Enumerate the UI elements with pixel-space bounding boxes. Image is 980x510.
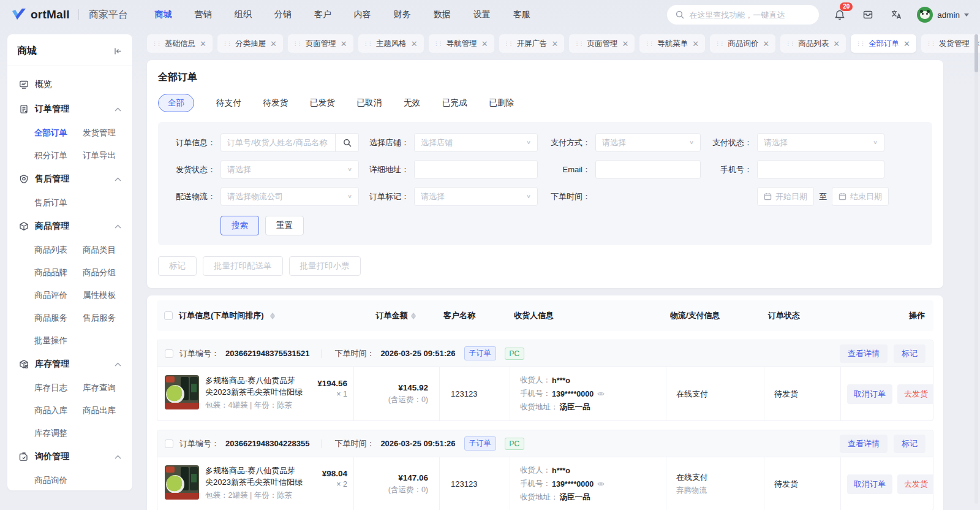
- search-submit-button[interactable]: 搜索: [221, 216, 259, 235]
- address-input[interactable]: [421, 165, 531, 174]
- topnav-item-data[interactable]: 数据: [434, 9, 451, 20]
- tab-category-drawer[interactable]: ⋮⋮分类抽屉✕: [217, 34, 283, 53]
- status-tab-completed[interactable]: 已完成: [442, 97, 467, 108]
- status-tab-all[interactable]: 全部: [158, 94, 194, 112]
- sort-icon[interactable]: [411, 313, 416, 319]
- phone-input[interactable]: [764, 165, 878, 174]
- eye-icon[interactable]: [597, 391, 605, 397]
- close-icon[interactable]: ✕: [270, 40, 277, 48]
- sidebar-item-overview[interactable]: 概览: [13, 72, 126, 97]
- mark-link[interactable]: 标记: [894, 344, 925, 363]
- date-end-picker[interactable]: 结束日期: [832, 187, 889, 206]
- sidebar-item-order-export[interactable]: 订单导出: [78, 144, 126, 167]
- date-start-picker[interactable]: 开始日期: [757, 187, 814, 206]
- status-tab-deleted[interactable]: 已删除: [489, 97, 514, 108]
- close-icon[interactable]: ✕: [833, 40, 840, 48]
- sidebar-item-batch-operation[interactable]: 批量操作: [29, 329, 78, 352]
- mark-link[interactable]: 标记: [894, 435, 925, 453]
- tab-page-mgmt-1[interactable]: ⋮⋮页面管理✕: [288, 34, 353, 53]
- batch-print-delivery-button[interactable]: 批量打印配送单: [203, 256, 283, 276]
- product-image[interactable]: [165, 465, 199, 500]
- topnav-item-distribution[interactable]: 分销: [274, 9, 292, 20]
- sort-icon[interactable]: [270, 313, 275, 319]
- workbench-button[interactable]: [861, 7, 875, 22]
- scrollbar-thumb[interactable]: [974, 34, 978, 72]
- topnav-item-marketing[interactable]: 营销: [195, 9, 212, 20]
- status-tab-to-ship[interactable]: 待发货: [263, 97, 288, 108]
- sidebar-collapse-icon[interactable]: [113, 47, 123, 56]
- sidebar-group-orders-head[interactable]: 订单管理: [13, 97, 126, 121]
- close-icon[interactable]: ✕: [552, 40, 559, 48]
- topnav-item-settings[interactable]: 设置: [473, 9, 491, 20]
- sidebar-item-all-orders[interactable]: 全部订单: [29, 121, 78, 144]
- product-image[interactable]: [165, 375, 199, 409]
- close-icon[interactable]: ✕: [200, 40, 206, 48]
- topnav-item-service[interactable]: 客服: [513, 9, 530, 20]
- sidebar-group-aftersale-head[interactable]: 售后管理: [13, 167, 126, 191]
- language-switch-button[interactable]: [889, 7, 903, 22]
- close-icon[interactable]: ✕: [903, 40, 910, 48]
- cancel-order-button[interactable]: 取消订单: [847, 474, 892, 494]
- tab-product-list[interactable]: ⋮⋮商品列表✕: [780, 34, 846, 53]
- sidebar-item-product-inquiry[interactable]: 商品询价: [29, 469, 78, 490]
- phone-field[interactable]: [757, 160, 884, 179]
- sidebar-item-stock-out[interactable]: 商品出库: [78, 399, 126, 422]
- order-info-input[interactable]: [227, 138, 329, 147]
- sidebar-item-aftersale-service[interactable]: 售后服务: [78, 306, 126, 329]
- sidebar-item-product-review[interactable]: 商品评价: [29, 284, 78, 306]
- topnav-item-organization[interactable]: 组织: [235, 9, 252, 20]
- batch-mark-button[interactable]: 标记: [158, 256, 197, 276]
- logistics-select[interactable]: 请选择物流公司∨: [221, 187, 359, 206]
- product-title[interactable]: 多规格商品-赛八仙贡品芽尖2023新茶毛尖茶叶信阳绿茶明前特级嫩...: [205, 375, 303, 398]
- email-input[interactable]: [602, 165, 694, 174]
- go-ship-button[interactable]: 去发货: [897, 384, 933, 404]
- tab-product-inquiry[interactable]: ⋮⋮商品询价✕: [710, 34, 775, 53]
- product-title[interactable]: 多规格商品-赛八仙贡品芽尖2023新茶毛尖茶叶信阳绿茶明前特级嫩...: [205, 465, 303, 489]
- close-icon[interactable]: ✕: [622, 40, 628, 48]
- tab-all-orders[interactable]: ⋮⋮全部订单✕: [851, 34, 916, 53]
- sidebar-item-stock-adjust[interactable]: 库存调整: [29, 422, 78, 444]
- topnav-item-content[interactable]: 内容: [354, 9, 371, 20]
- row-checkbox[interactable]: [165, 349, 173, 358]
- batch-print-receipt-button[interactable]: 批量打印小票: [289, 256, 361, 276]
- reset-button[interactable]: 重置: [265, 216, 304, 235]
- global-search[interactable]: [667, 5, 819, 25]
- close-icon[interactable]: ✕: [411, 40, 418, 48]
- eye-icon[interactable]: [597, 481, 605, 487]
- tab-basic-info[interactable]: ⋮⋮基础信息✕: [147, 34, 213, 53]
- search-button[interactable]: [336, 133, 359, 152]
- cancel-order-button[interactable]: 取消订单: [847, 384, 892, 404]
- go-ship-button[interactable]: 去发货: [897, 474, 933, 494]
- close-icon[interactable]: ✕: [481, 40, 488, 48]
- sidebar-item-product-group[interactable]: 商品分组: [78, 261, 126, 284]
- topnav-item-finance[interactable]: 财务: [394, 9, 411, 20]
- sidebar-item-inventory-query[interactable]: 库存查询: [78, 376, 126, 399]
- sidebar-item-attr-template[interactable]: 属性模板: [78, 284, 126, 306]
- topnav-item-customer[interactable]: 客户: [314, 9, 331, 20]
- tab-nav-mgmt[interactable]: ⋮⋮导航管理✕: [429, 34, 494, 53]
- topnav-item-mall[interactable]: 商城: [155, 9, 172, 20]
- sidebar-item-product-brand[interactable]: 商品品牌: [29, 261, 78, 284]
- row-checkbox[interactable]: [165, 440, 173, 448]
- close-icon[interactable]: ✕: [692, 40, 699, 48]
- sidebar-item-inventory-log[interactable]: 库存日志: [29, 376, 78, 399]
- pay-method-select[interactable]: 请选择∨: [595, 133, 701, 152]
- page-scrollbar[interactable]: [974, 34, 978, 504]
- sidebar-group-products-head[interactable]: 商品管理: [13, 214, 126, 238]
- notification-button[interactable]: 20: [832, 7, 847, 22]
- shop-select[interactable]: 选择店铺∨: [414, 133, 538, 152]
- sidebar-item-stock-in[interactable]: 商品入库: [29, 399, 78, 422]
- sidebar-item-product-list[interactable]: 商品列表: [29, 238, 78, 261]
- sidebar-item-product-service[interactable]: 商品服务: [29, 306, 78, 329]
- tab-shipping-mgmt[interactable]: ⋮⋮发货管理✕: [921, 34, 980, 53]
- ship-status-select[interactable]: 请选择∨: [221, 160, 359, 179]
- sidebar-group-inquiry-head[interactable]: 询价管理: [13, 444, 126, 469]
- user-menu[interactable]: admin: [917, 7, 969, 23]
- email-field[interactable]: [595, 160, 701, 179]
- sidebar-item-product-category[interactable]: 商品类目: [78, 238, 126, 261]
- status-tab-shipped[interactable]: 已发货: [310, 97, 335, 108]
- status-tab-invalid[interactable]: 无效: [404, 97, 420, 108]
- status-tab-cancelled[interactable]: 已取消: [357, 97, 382, 108]
- status-tab-unpaid[interactable]: 待支付: [216, 97, 241, 108]
- sidebar-item-aftersale-orders[interactable]: 售后订单: [29, 191, 78, 214]
